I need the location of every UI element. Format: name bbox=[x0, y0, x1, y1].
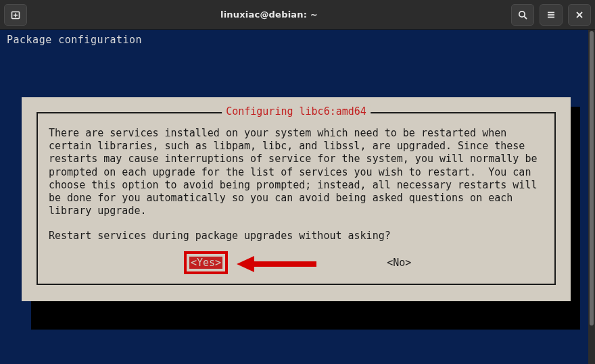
svg-line-4 bbox=[524, 16, 527, 19]
no-button[interactable]: <No> bbox=[387, 257, 411, 269]
debconf-dialog: Configuring libc6:amd64 There are servic… bbox=[22, 97, 571, 301]
annotation-arrow-icon bbox=[237, 254, 318, 274]
hamburger-icon bbox=[546, 9, 556, 20]
annotation-highlight-box: <Yes> bbox=[184, 251, 228, 274]
window-titlebar: linuxiac@debian: ~ bbox=[0, 0, 595, 30]
window-title: linuxiac@debian: ~ bbox=[220, 9, 318, 20]
close-window-button[interactable] bbox=[568, 4, 591, 26]
scrollbar-thumb[interactable] bbox=[590, 31, 594, 326]
new-tab-icon bbox=[10, 9, 21, 20]
dialog-title: Configuring libc6:amd64 bbox=[222, 105, 371, 118]
svg-point-3 bbox=[519, 11, 525, 16]
svg-marker-11 bbox=[237, 256, 254, 272]
terminal-area: Package configuration Configuring libc6:… bbox=[0, 30, 595, 364]
new-tab-button[interactable] bbox=[4, 4, 27, 26]
search-button[interactable] bbox=[511, 4, 534, 26]
package-config-header: Package configuration bbox=[7, 34, 595, 46]
scrollbar-track[interactable] bbox=[588, 30, 595, 364]
dialog-question: Restart services during package upgrades… bbox=[49, 230, 544, 242]
yes-button[interactable]: <Yes> bbox=[189, 257, 222, 269]
close-icon bbox=[574, 9, 585, 20]
search-icon bbox=[517, 9, 528, 20]
dialog-body-text: There are services installed on your sys… bbox=[49, 127, 544, 217]
menu-button[interactable] bbox=[540, 4, 563, 26]
